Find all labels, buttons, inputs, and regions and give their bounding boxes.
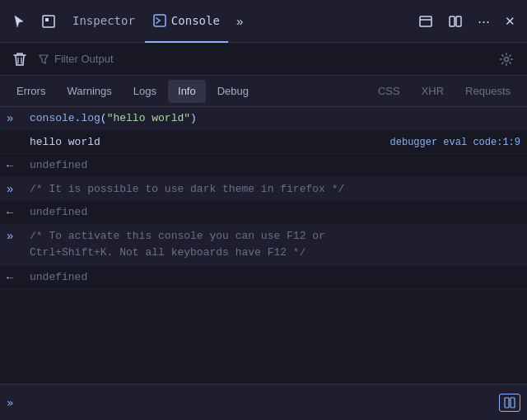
table-row: » /* It is possible to use dark theme in…	[0, 178, 527, 202]
filter-icon	[38, 54, 49, 65]
return-icon: ←	[7, 157, 26, 172]
input-cmd-icon: »	[7, 396, 13, 409]
tab-requests[interactable]: Requests	[455, 80, 520, 103]
comment-line-1: /* To activate this console you can use …	[30, 228, 520, 245]
svg-rect-11	[511, 398, 515, 408]
tab-logs[interactable]: Logs	[124, 80, 166, 103]
console-input[interactable]	[18, 396, 499, 408]
overflow-btn[interactable]: ⋯	[471, 6, 497, 37]
code-method: log	[81, 112, 100, 124]
console-rows: » console.log("hello world") » hello wor…	[0, 107, 527, 384]
svg-rect-6	[456, 16, 461, 26]
cursor-tool-btn[interactable]	[5, 6, 33, 37]
table-row: » hello world debugger eval code:1:9	[0, 131, 527, 155]
table-row: » /* To activate this console you can us…	[0, 225, 527, 267]
more-tools-btn[interactable]: »	[230, 6, 250, 37]
console-code: console.log("hello world")	[30, 110, 520, 127]
console-label: Console	[171, 14, 220, 27]
console-tab[interactable]: Console	[145, 0, 228, 43]
table-row: » console.log("hello world")	[0, 107, 527, 131]
code-string: "hello world"	[107, 112, 190, 124]
cmd-icon: »	[7, 110, 26, 125]
return-value: undefined	[30, 204, 520, 221]
tab-warnings[interactable]: Warnings	[57, 80, 121, 103]
table-row: ← undefined	[0, 266, 527, 290]
svg-rect-5	[450, 16, 455, 26]
filter-bar: Filter Output	[0, 43, 527, 76]
multiline-comment: /* To activate this console you can use …	[30, 228, 520, 263]
split-console-icon	[504, 397, 515, 408]
svg-point-9	[505, 57, 509, 61]
svg-rect-3	[420, 16, 431, 26]
inspector-label: Inspector	[72, 14, 135, 27]
tab-debug[interactable]: Debug	[208, 80, 259, 103]
close-btn[interactable]: ✕	[498, 6, 522, 37]
inspector-tab[interactable]: Inspector	[64, 0, 143, 43]
more-tools-icon: »	[236, 14, 243, 28]
tab-css[interactable]: CSS	[368, 80, 410, 103]
console-input-row: »	[0, 384, 527, 420]
source-location: debugger eval code:1:9	[390, 134, 520, 148]
return-value: undefined	[30, 157, 520, 174]
tab-xhr[interactable]: XHR	[412, 80, 454, 103]
return-icon: ←	[7, 204, 26, 219]
window-btn[interactable]	[412, 6, 440, 37]
comment-line-2: Ctrl+Shift+K. Not all keyboards have F12…	[30, 245, 520, 262]
return-value: undefined	[30, 269, 520, 286]
filter-placeholder: Filter Output	[54, 53, 114, 65]
overflow-icon: ⋯	[478, 14, 490, 29]
code-object: console	[30, 112, 75, 124]
comment-code: /* It is possible to use dark theme in f…	[30, 181, 520, 198]
svg-rect-1	[45, 18, 49, 21]
clear-console-btn[interactable]	[7, 49, 33, 70]
filter-tabs: Errors Warnings Logs Info Debug CSS XHR …	[0, 76, 527, 107]
spacer-icon: »	[7, 134, 26, 149]
table-row: ← undefined	[0, 201, 527, 225]
split-btn[interactable]	[441, 6, 469, 37]
toolbar: Inspector Console » ⋯ ✕	[0, 0, 527, 43]
filter-input-wrap: Filter Output	[38, 53, 487, 65]
cmd-icon: »	[7, 228, 26, 243]
cmd-icon: »	[7, 181, 26, 196]
tab-info[interactable]: Info	[168, 80, 206, 103]
close-icon: ✕	[505, 14, 515, 29]
console-corner-btn[interactable]	[499, 394, 520, 412]
settings-btn[interactable]	[492, 49, 520, 70]
tab-errors[interactable]: Errors	[7, 80, 55, 103]
return-icon: ←	[7, 269, 26, 284]
output-text: hello world	[30, 134, 384, 151]
table-row: ← undefined	[0, 154, 527, 178]
console-output: » console.log("hello world") » hello wor…	[0, 107, 527, 384]
svg-rect-10	[505, 398, 509, 408]
inspector-btn[interactable]	[35, 6, 63, 37]
